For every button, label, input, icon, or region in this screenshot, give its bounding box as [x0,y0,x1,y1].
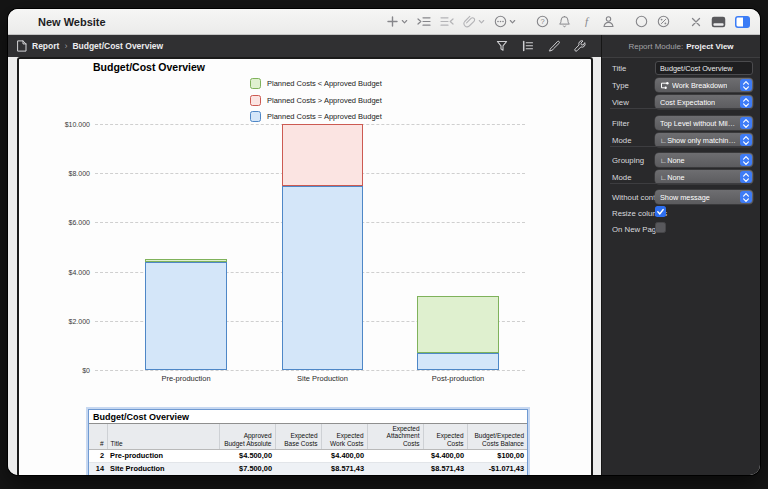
inspector-row: On New Page [612,222,753,236]
bar-segment-equal [282,186,363,371]
field-label: Filter [612,119,629,128]
resources-button[interactable] [602,15,615,28]
without-content-popup[interactable]: Show message [655,190,753,204]
report-document-icon [17,40,27,52]
breadcrumb-separator: › [64,41,67,51]
title-bar[interactable]: New Website ?f [8,9,760,35]
x-axis-label: Post-production [432,374,485,383]
inspector-sidebar: Report Module: Project View TitleTypeWor… [601,35,760,475]
chevron-down-icon [478,18,485,25]
filter-mode-popup[interactable]: ∟Show only matchin… [655,133,753,147]
bar-post-production [417,296,499,370]
title-field[interactable] [655,61,753,75]
popup-value: ∟None [660,173,685,182]
type-popup[interactable]: Work Breakdown [655,78,753,92]
filter-popup[interactable]: Top Level without Mil… [655,116,753,130]
report-table[interactable]: Budget/Cost Overview #TitleApproved Budg… [88,409,528,475]
on-new-page-checkbox[interactable] [655,222,666,233]
inspector-separator [610,146,752,147]
inspector-row: Mode∟None [612,170,753,184]
table-cell [275,450,321,463]
column-header: Expected Attachment Costs [367,424,423,450]
flag-button[interactable]: f [580,15,593,28]
plus-icon [386,15,399,28]
y-axis-tick: $0 [82,367,90,374]
align-button[interactable] [522,40,534,52]
caret-updown-icon [740,79,752,91]
bottom-panel-button[interactable] [711,16,726,28]
breadcrumb-current[interactable]: Budget/Cost Overview [72,41,163,51]
paperclip-icon [463,15,476,28]
view-popup[interactable]: Cost Expectation [655,95,753,109]
legend-swatch-under [250,78,261,89]
add-button[interactable] [386,15,408,28]
column-header: Title [107,424,219,450]
field-label: Title [612,64,626,73]
report-canvas: Budget/Cost Overview Planned Costs < App… [8,57,601,475]
field-control: Work Breakdown [655,78,753,92]
inspector-body: TitleTypeWork BreakdownViewCost Expectat… [602,58,760,475]
field-control: ∟Show only matchin… [655,133,753,147]
field-control [655,61,753,75]
chart-plot: $10.000$8.000$6.000$4.000$2.000$0Pre-pro… [95,124,525,370]
filter-button[interactable] [496,40,508,52]
settings-button[interactable] [574,40,586,52]
chevron-down-icon [509,18,516,25]
svg-text:f: f [585,15,590,27]
table-cell: $8.571,43 [423,463,467,475]
chevron-down-icon [401,18,408,25]
style-button[interactable] [548,40,560,52]
legend-label: Planned Costs = Approved Budget [267,112,382,121]
budget-table: #TitleApproved Budget AbsoluteExpected B… [89,424,527,475]
grouping-mode-popup[interactable]: ∟None [655,170,753,184]
gridline [95,370,525,371]
table-cell: $4.400,00 [423,450,467,463]
table-cell [367,450,423,463]
main-area: Report › Budget/Cost Overview Budget/Cos… [8,35,760,475]
inspector-header-value: Project View [686,42,733,51]
table-cell: $100,00 [467,450,527,463]
popup-value: Cost Expectation [660,98,715,107]
table-cell [275,463,321,475]
person-icon [602,15,615,28]
table-cell: $8.571,43 [321,463,367,475]
grouping-popup[interactable]: ∟None [655,153,753,167]
bar-segment-equal [417,353,499,370]
caret-updown-icon [740,96,752,108]
bar-segment-over [282,124,363,186]
legend-swatch-equal [250,111,261,122]
cut-button[interactable] [690,16,702,28]
more-button[interactable] [494,15,516,28]
caret-updown-icon [740,117,752,129]
table-cell: Pre-production [107,450,219,463]
y-axis-tick: $10.000 [65,121,90,128]
breadcrumb: Report › Budget/Cost Overview [8,35,601,57]
inspector-row: ViewCost Expectation [612,95,753,109]
table-header: #TitleApproved Budget AbsoluteExpected B… [89,424,527,450]
percent-button[interactable] [657,15,670,28]
bar-segment-equal [145,262,227,370]
chart-title: Budget/Cost Overview [93,61,205,73]
popup-value: ∟None [660,156,685,165]
attach-button[interactable] [463,15,485,28]
table-cell: $4.500,00 [219,450,275,463]
field-label: Mode [612,136,632,145]
inspector-separator [610,183,752,184]
right-panel-icon [735,16,750,28]
legend-item: Planned Costs = Approved Budget [250,111,382,122]
field-control: Cost Expectation [655,95,753,109]
bar-segment-under [417,296,499,353]
breadcrumb-report[interactable]: Report [32,41,59,51]
help-button[interactable]: ? [536,15,549,28]
field-control: ∟None [655,170,753,184]
indent-button[interactable] [417,16,431,27]
notifications-button[interactable] [558,15,571,28]
right-panel-button[interactable] [735,16,750,28]
y-axis-tick: $6.000 [69,219,90,226]
progress-button[interactable] [635,15,648,28]
percent-icon [657,15,670,28]
caret-updown-icon [740,154,752,166]
outdent-button[interactable] [440,16,454,27]
caret-updown-icon [740,134,752,146]
resize-columns-checkbox[interactable] [655,206,666,217]
